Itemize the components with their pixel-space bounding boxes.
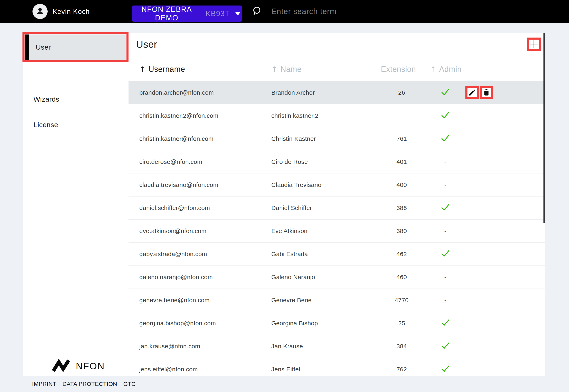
column-label: Extension [381,65,416,74]
nfon-logo: NFON [52,359,105,373]
cell-extension: 4770 [381,289,422,312]
pencil-icon [468,88,476,97]
table-row[interactable]: genevre.berie@nfon.com Genevre Berie 477… [129,289,545,312]
cell-username: georgina.bishop@nfon.com [139,312,216,335]
sidebar-item-label: Wizards [33,95,59,103]
cell-admin: - [425,196,466,219]
annotation-box-add-button [527,38,541,51]
admin-dash: - [444,158,446,165]
cell-username: claudia.trevisano@nfon.com [139,173,218,196]
table-row[interactable]: jan.krause@nfon.com Jan Krause 384 - [129,335,545,358]
admin-dash: - [444,227,446,235]
footer-link-data-protection[interactable]: DATA PROTECTION [62,381,117,387]
cell-extension: 25 [381,312,422,335]
nfon-logo-text: NFON [76,361,105,372]
column-header-name[interactable]: ↑ Name [271,57,301,81]
table-header: ↑ Username ↑ Name Extension ↑ Admin [129,57,545,81]
sidebar-item-user[interactable]: User [25,34,126,60]
table-row[interactable]: christin.kastner@nfon.com Christin Kastn… [129,127,545,150]
cell-extension: 761 [381,127,422,150]
column-header-extension[interactable]: Extension [378,57,419,81]
cell-admin: - [425,173,466,196]
cell-extension: 401 [381,150,422,173]
cell-username: gaby.estrada@nfon.com [139,243,207,266]
cell-name: Genevre Berie [271,289,312,312]
annotation-box-edit [465,86,479,99]
cell-admin: - [425,335,466,358]
sidebar-item-wizards[interactable]: Wizards [23,91,126,107]
table-row[interactable]: brandon.archor@nfon.com Brandon Archor 2… [129,81,545,104]
cell-username: ciro.derose@nfon.com [139,150,202,173]
table-row[interactable]: galeno.naranjo@nfon.com Galeno Naranjo 4… [129,266,545,289]
topbar-divider [24,5,24,20]
footer: IMPRINT DATA PROTECTION GTC [0,376,569,392]
cell-extension: 762 [381,358,422,376]
cell-admin: - [425,150,466,173]
admin-check-icon [441,134,450,144]
admin-check-icon [441,88,450,98]
cell-admin: - [425,266,466,289]
column-label: Username [149,65,185,74]
column-label: Admin [439,65,462,74]
table-row[interactable]: eve.atkinson@nfon.com Eve Atkinson 380 - [129,219,545,242]
cell-admin: - [425,243,466,266]
scrollbar-thumb[interactable] [543,33,545,223]
cell-extension: 400 [381,173,422,196]
table-row[interactable]: claudia.trevisano@nfon.com Claudia Trevi… [129,173,545,196]
account-selector-button[interactable]: NFON ZEBRA DEMO KB93T [132,5,242,22]
search-input[interactable] [271,7,456,16]
table-row[interactable]: ciro.derose@nfon.com Ciro de Rose 401 - [129,150,545,173]
user-icon [36,7,44,16]
cell-name: Jan Krause [271,335,303,358]
cell-name: Galeno Naranjo [271,266,315,289]
table-row[interactable]: georgina.bishop@nfon.com Georgina Bishop… [129,312,545,335]
column-header-username[interactable]: ↑ Username [139,57,185,81]
column-label: Name [281,65,301,74]
admin-dash: - [444,182,446,188]
table-row[interactable]: christin.kastner.2@nfon.com christin kas… [129,104,545,127]
cell-admin: - [425,312,466,335]
cell-name: Christin Kastner [271,127,316,150]
cell-username: jan.krause@nfon.com [139,335,200,358]
cell-name: Daniel Schiffer [271,196,312,219]
admin-check-icon [441,203,450,213]
cell-username: genevre.berie@nfon.com [139,289,210,312]
column-header-admin[interactable]: ↑ Admin [423,57,468,81]
cell-admin: - [425,220,466,242]
search-icon[interactable] [251,6,262,17]
cell-name: Georgina Bishop [271,312,318,335]
footer-link-imprint[interactable]: IMPRINT [32,381,56,387]
row-actions [465,86,494,99]
annotation-box-delete [480,86,493,99]
cell-admin: - [425,104,466,127]
add-user-button[interactable] [529,40,538,49]
cell-username: daniel.schiffer@nfon.com [139,196,210,219]
trash-icon [482,88,491,97]
admin-check-icon [441,342,450,351]
page-title: User [136,39,157,50]
table-row[interactable]: gaby.estrada@nfon.com Gabi Estrada 462 - [129,242,545,266]
account-code: KB93T [206,9,230,18]
admin-check-icon [441,319,450,328]
cell-username: christin.kastner@nfon.com [139,127,213,150]
cell-username: eve.atkinson@nfon.com [139,220,207,242]
table-row[interactable]: jens.eiffel@nfon.com Jens Eiffel 762 - [129,358,545,376]
delete-button[interactable] [482,88,491,97]
avatar[interactable] [32,4,48,19]
cell-extension: 460 [381,266,422,289]
edit-button[interactable] [468,88,476,97]
cell-name: Jens Eiffel [271,358,300,376]
cell-username: jens.eiffel@nfon.com [139,358,198,376]
table-row[interactable]: daniel.schiffer@nfon.com Daniel Schiffer… [129,196,545,219]
sidebar-item-license[interactable]: License [23,116,126,133]
cell-username: brandon.archor@nfon.com [139,81,214,104]
cell-admin: - [425,289,466,312]
cell-extension: 462 [381,243,422,266]
footer-link-gtc[interactable]: GTC [123,381,136,387]
admin-check-icon [441,111,450,121]
cell-admin: - [425,127,466,150]
admin-dash: - [444,274,446,280]
cell-admin: - [425,358,466,376]
cell-extension: 386 [381,196,422,219]
cell-username: christin.kastner.2@nfon.com [139,104,218,127]
